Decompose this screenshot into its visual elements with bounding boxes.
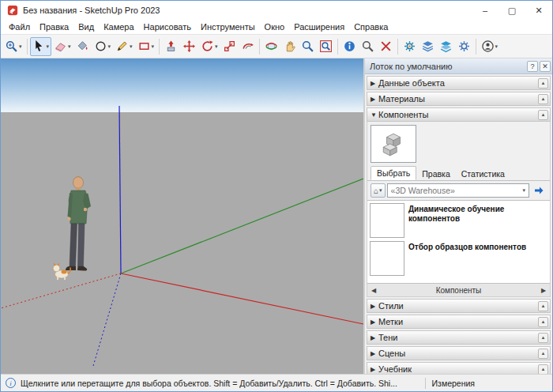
list-item[interactable]: Отбор образцов компонентов (370, 241, 547, 276)
section-collapse-button[interactable]: ▴ (538, 78, 548, 89)
cat-figure (53, 263, 70, 281)
component-preview-area (367, 122, 550, 166)
section-collapse-button[interactable]: ▴ (538, 94, 548, 104)
section-materials[interactable]: ▶ Материалы ▴ (367, 92, 551, 106)
search-value: «3D Warehouse» (391, 186, 523, 195)
section-instructor[interactable]: ▶ Учебник ▴ (367, 362, 551, 374)
component-item-thumbnail[interactable] (370, 241, 404, 276)
red-cross-icon (379, 40, 393, 53)
maximize-button[interactable]: ▢ (498, 1, 525, 20)
3d-viewport[interactable] (1, 58, 363, 374)
home-icon: ⌂ (374, 187, 378, 195)
rotate-tool-button[interactable]: ▾ (198, 37, 220, 56)
tray-close-button[interactable]: ✕ (540, 61, 551, 72)
dropdown-arrow-icon[interactable]: ▾ (152, 43, 155, 50)
tab-select[interactable]: Выбрать (371, 166, 416, 180)
menu-bar: Файл Правка Вид Камера Нарисовать Инстру… (1, 20, 552, 35)
main-area: Лоток по умолчанию ? ✕ ▶ Данные объекта … (1, 58, 552, 374)
section-collapse-button[interactable]: ▴ (538, 364, 548, 375)
section-shadows[interactable]: ▶ Тени ▴ (367, 330, 551, 345)
combo-dropdown-icon[interactable]: ▾ (522, 187, 525, 194)
section-scenes[interactable]: ▶ Сцены ▴ (367, 346, 551, 360)
dropdown-arrow-icon[interactable]: ▾ (495, 43, 498, 50)
move-arrows-icon (182, 40, 196, 53)
home-collections-button[interactable]: ⌂ ▾ (371, 183, 386, 198)
section-collapse-button[interactable]: ▴ (538, 333, 548, 343)
toolbar-separator (159, 39, 160, 55)
account-person-icon (481, 40, 495, 53)
dropdown-arrow-icon[interactable]: ▾ (47, 43, 50, 50)
component-options-button[interactable] (401, 37, 419, 56)
menu-file[interactable]: Файл (4, 21, 35, 33)
scale-icon (223, 40, 236, 53)
circle-shape-icon (94, 40, 107, 53)
components-panel: Выбрать Правка Статистика ⌂ ▾ «3D Wareho… (367, 122, 551, 297)
close-button[interactable]: ✕ (525, 1, 552, 20)
eraser-tool-button[interactable]: ▾ (51, 37, 73, 56)
rectangle-tool-button[interactable]: ▾ (135, 37, 157, 56)
dropdown-arrow-icon[interactable]: ▾ (108, 43, 111, 50)
nav-back-button[interactable]: ◀ (369, 287, 378, 294)
menu-window[interactable]: Окно (260, 21, 290, 33)
offset-tool-button[interactable] (239, 37, 257, 56)
zoom-tool-button[interactable] (299, 37, 317, 56)
account-button[interactable]: ▾ (479, 37, 501, 56)
section-collapse-button[interactable]: ▴ (538, 301, 548, 311)
tab-statistics[interactable]: Статистика (456, 168, 510, 180)
menu-draw[interactable]: Нарисовать (139, 21, 196, 33)
dropdown-arrow-icon[interactable]: ▾ (68, 43, 71, 50)
shapes-tool-button[interactable]: ▾ (92, 37, 114, 56)
tab-edit[interactable]: Правка (416, 168, 455, 180)
pan-tool-button[interactable] (280, 37, 299, 56)
menu-view[interactable]: Вид (73, 21, 99, 33)
menu-camera[interactable]: Камера (99, 21, 138, 33)
section-tags[interactable]: ▶ Метки ▴ (367, 315, 551, 329)
warehouse-search-combo[interactable]: «3D Warehouse» ▾ (387, 183, 529, 198)
layers-icon (421, 40, 434, 53)
scene-overlay (1, 58, 363, 374)
list-item[interactable]: Динамическое обучение компонентов (370, 203, 547, 238)
model-info-button[interactable] (340, 37, 359, 56)
section-components[interactable]: ▼ Компоненты ▴ (367, 107, 551, 122)
section-styles[interactable]: ▶ Стили ▴ (367, 299, 551, 313)
section-collapse-button[interactable]: ▴ (538, 317, 548, 327)
dropdown-arrow-icon[interactable]: ▾ (130, 43, 133, 50)
search-tool-button[interactable] (359, 37, 377, 56)
status-info-icon[interactable]: i (6, 378, 16, 388)
sketchup-window: Без названия - SketchUp Pro 2023 – ▢ ✕ Ф… (0, 0, 553, 392)
zoom-extents-tool-button[interactable] (317, 37, 335, 56)
soften-edges-button[interactable] (419, 37, 437, 56)
nav-forward-button[interactable]: ▶ (539, 287, 548, 294)
search-go-button[interactable] (531, 183, 547, 198)
dropdown-arrow-icon[interactable]: ▾ (19, 43, 22, 50)
delete-guides-button[interactable] (377, 37, 395, 56)
title-bar[interactable]: Без названия - SketchUp Pro 2023 – ▢ ✕ (1, 1, 552, 20)
menu-edit[interactable]: Правка (35, 21, 73, 33)
tray-help-button[interactable]: ? (527, 61, 538, 72)
outliner-button[interactable] (437, 37, 455, 56)
component-preview-thumbnail[interactable] (371, 125, 416, 163)
section-label: Материалы (378, 94, 538, 104)
line-tool-button[interactable]: ▾ (113, 37, 135, 56)
axis-red-dotted (1, 273, 121, 308)
orbit-tool-button[interactable] (262, 37, 280, 56)
select-tool-button[interactable]: ▾ (30, 37, 52, 56)
extensions-button[interactable] (455, 37, 473, 56)
paint-bucket-tool-button[interactable] (73, 37, 92, 56)
menu-tools[interactable]: Инструменты (196, 21, 260, 33)
measurements-input[interactable] (480, 377, 547, 389)
section-collapse-button[interactable]: ▴ (538, 110, 548, 120)
paint-bucket-icon (76, 40, 89, 53)
section-collapse-button[interactable]: ▴ (538, 349, 548, 359)
section-entity-info[interactable]: ▶ Данные объекта ▴ (367, 76, 551, 90)
menu-help[interactable]: Справка (349, 21, 393, 33)
push-pull-tool-button[interactable] (162, 37, 180, 56)
component-item-thumbnail[interactable] (370, 203, 404, 238)
menu-extensions[interactable]: Расширения (289, 21, 349, 33)
dropdown-arrow-icon[interactable]: ▾ (215, 43, 218, 50)
zoom-selection-tool-button[interactable]: ▾ (2, 37, 24, 56)
move-tool-button[interactable] (180, 37, 198, 56)
zoom-plus-icon (5, 40, 18, 53)
scale-tool-button[interactable] (220, 37, 239, 56)
minimize-button[interactable]: – (472, 1, 498, 20)
